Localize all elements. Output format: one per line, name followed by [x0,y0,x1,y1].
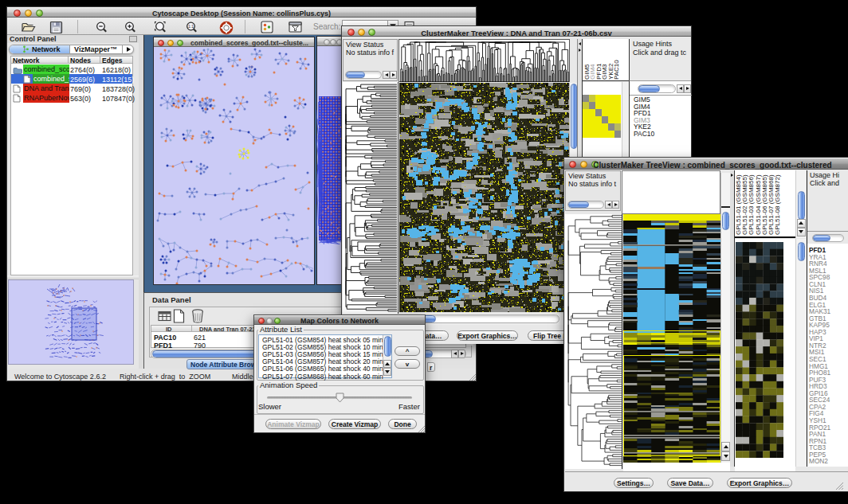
svg-text:PAC10: PAC10 [613,60,620,80]
svg-text:GPL51-08 (GSM872): GPL51-08 (GSM872) [774,174,781,235]
svg-text:1:1: 1:1 [188,24,194,29]
